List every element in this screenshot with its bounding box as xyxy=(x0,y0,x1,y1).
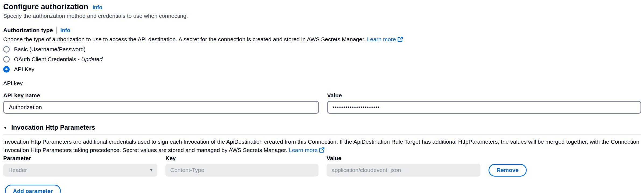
page-title: Configure authorization xyxy=(3,2,88,11)
radio-icon-basic[interactable] xyxy=(3,46,10,53)
learn-more-label: Learn more xyxy=(367,36,396,42)
label-divider xyxy=(56,27,57,34)
invocation-http-parameters-title: Invocation Http Parameters xyxy=(11,124,95,131)
external-link-icon xyxy=(397,36,403,42)
caret-down-icon: ▼ xyxy=(149,168,153,172)
radio-icon-oauth[interactable] xyxy=(3,56,10,63)
invocation-description: Invocation Http Parameters are additiona… xyxy=(3,137,641,154)
invocation-learn-more-link[interactable]: Learn more xyxy=(289,147,324,153)
parameter-key-input-disabled xyxy=(165,164,319,177)
api-key-value-field: Value xyxy=(327,92,641,114)
authorization-type-label-row: Authorization type Info xyxy=(3,27,641,34)
api-key-name-label: API key name xyxy=(3,92,319,99)
collapse-caret-icon[interactable]: ▼ xyxy=(3,125,7,130)
add-parameter-row: Add parameter xyxy=(3,185,641,193)
parameter-value-input-disabled xyxy=(327,164,480,177)
invocation-http-parameters-header[interactable]: ▼ Invocation Http Parameters xyxy=(3,124,641,131)
api-key-name-input[interactable] xyxy=(3,101,319,114)
parameter-type-select-disabled: Header ▼ xyxy=(3,164,157,177)
page-description: Specify the authorization method and cre… xyxy=(3,12,641,19)
external-link-icon xyxy=(319,147,325,153)
authorization-type-info-link[interactable]: Info xyxy=(60,27,70,33)
add-parameter-button[interactable]: Add parameter xyxy=(5,185,61,193)
key-column-label: Key xyxy=(165,155,319,161)
invocation-learn-more-label: Learn more xyxy=(289,147,317,153)
value-column-label: Value xyxy=(327,155,480,161)
radio-option-oauth[interactable]: OAuth Client Credentials - Updated xyxy=(3,56,641,63)
authorization-type-description: Choose the type of authorization to use … xyxy=(3,36,641,43)
authorization-type-label: Authorization type xyxy=(3,27,53,33)
configure-authorization-panel: Configure authorization Info Specify the… xyxy=(0,0,644,193)
radio-label-basic: Basic (Username/Password) xyxy=(14,46,86,53)
parameter-type-placeholder: Header xyxy=(8,167,27,173)
radio-label-oauth: OAuth Client Credentials - Updated xyxy=(14,56,102,63)
authorization-type-description-text: Choose the type of authorization to use … xyxy=(3,36,365,42)
radio-option-basic[interactable]: Basic (Username/Password) xyxy=(3,46,641,53)
api-key-value-label: Value xyxy=(327,92,641,99)
radio-option-api-key[interactable]: API Key xyxy=(3,66,641,73)
parameter-row: Parameter Key Value Header ▼ Remove xyxy=(3,155,641,177)
learn-more-link[interactable]: Learn more xyxy=(367,36,403,42)
api-key-name-field: API key name xyxy=(3,92,319,114)
authorization-type-radio-group: Basic (Username/Password) OAuth Client C… xyxy=(3,46,641,73)
section-divider xyxy=(3,134,641,135)
api-key-group-label: API key xyxy=(3,80,641,87)
remove-parameter-button[interactable]: Remove xyxy=(489,164,527,177)
radio-icon-api-key-selected[interactable] xyxy=(3,66,10,73)
api-key-value-input[interactable] xyxy=(327,101,641,114)
radio-label-oauth-updated: Updated xyxy=(81,56,102,62)
parameter-column-label: Parameter xyxy=(3,155,157,161)
api-key-fields: API key name Value xyxy=(3,92,641,114)
title-info-link[interactable]: Info xyxy=(93,4,102,11)
radio-label-api-key: API Key xyxy=(14,66,34,73)
page-header: Configure authorization Info xyxy=(3,2,641,11)
radio-label-oauth-text: OAuth Client Credentials - xyxy=(14,56,81,62)
